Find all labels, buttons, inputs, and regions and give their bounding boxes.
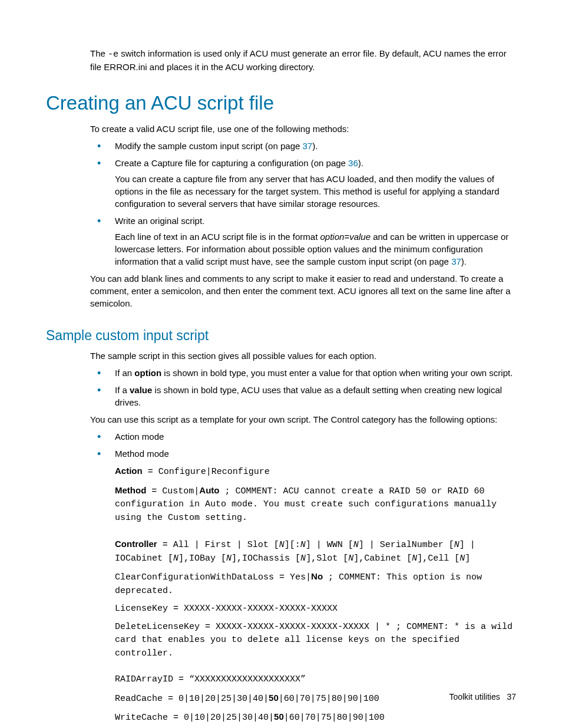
code-text: ] [465,554,470,564]
text: ). [358,158,363,168]
page-footer: Toolkit utilities 37 [449,691,516,703]
var-n: N [279,540,285,550]
text: You can create a capture file from any s… [115,173,516,210]
code-text: ],Slot [ [306,554,348,564]
text: You can add blank lines and comments to … [90,272,516,309]
text: Modify the sample custom input script (o… [115,141,303,151]
code-text: ] | WWN [ [306,540,353,550]
code-text: |60|70|75|80|90|100 [279,694,379,704]
list-item: Action mode [90,430,516,443]
text: is shown in bold type, you must enter a … [161,368,513,378]
heading-sample-script: Sample custom input script [46,326,516,345]
text: ). [312,141,318,151]
code-license-key: LicenseKey = XXXXX-XXXXX-XXXXX-XXXXX-XXX… [115,602,516,616]
code-write-cache: WriteCache = 0|10|20|25|30|40|50|60|70|7… [115,710,516,725]
default-value: 50 [274,711,284,722]
bold-term: value [130,385,152,395]
rules-list: If an option is shown in bold type, you … [90,367,516,409]
modes-list: Action mode Method mode [90,430,516,460]
var-n: N [173,554,178,564]
var-n: N [412,554,417,564]
page-link-37[interactable]: 37 [303,141,313,151]
list-item: If an option is shown in bold type, you … [90,367,516,379]
var-n: N [226,554,232,564]
list-item: Method mode [90,447,516,460]
code-text: |60|70|75|80|90|100 [284,713,385,723]
intro-paragraph: The -e switch information is used only i… [90,47,516,73]
code-clear-config: ClearConfigurationWithDataLoss = Yes|No … [115,570,516,598]
code-text: ClearConfigurationWithDataLoss = Yes| [115,572,311,582]
code-text: ] | SerialNumber [ [359,540,454,550]
code-action: Action = Configure|Reconfigure [115,465,516,479]
text: If an [115,368,134,378]
methods-list: Modify the sample custom input script (o… [90,140,516,268]
code-text: WriteCache = 0|10|20|25|30|40| [115,713,274,723]
text: To create a valid ACU script file, use o… [90,123,516,135]
footer-label: Toolkit utilities [449,692,500,701]
text: Each line of text in an ACU script file … [115,232,320,242]
code-text: ],IOChassis [ [232,554,300,564]
var-n: N [300,540,306,550]
text: ). [461,256,467,266]
code-text: = Configure|Reconfigure [143,467,270,477]
text: Create a Capture file for capturing a co… [115,158,348,168]
text: Each line of text in an ACU script file … [115,230,516,268]
code-text: ReadCache = 0|10|20|25|30|40| [115,694,269,704]
code-controller: Controller = All | First | Slot [N][:N] … [115,538,516,565]
code-text: ][: [285,540,300,550]
var-n: N [459,554,465,564]
list-item: Write an original script. Each line of t… [90,215,516,268]
var-n: N [454,540,459,550]
code-text: ],Cell [ [417,554,459,564]
page-number: 37 [507,692,516,701]
text: switch information is used only if ACU m… [90,48,507,72]
code-method: Method = Custom|Auto ; COMMENT: ACU cann… [115,484,516,525]
default-value: Auto [199,485,219,495]
text: You can use this script as a template fo… [90,413,516,426]
list-item: If a value is shown in bold type, ACU us… [90,384,516,409]
switch-code: -e [108,50,118,60]
code-delete-license: DeleteLicenseKey = XXXXX-XXXXX-XXXXX-XXX… [115,621,516,661]
heading-creating-acu-script: Creating an ACU script file [46,90,516,117]
text: is shown in bold type, ACU uses that val… [115,385,502,407]
keyword: Method [115,485,146,495]
keyword: Controller [115,539,157,549]
section-sample: The sample script in this section gives … [90,350,516,728]
page-link-37[interactable]: 37 [451,256,461,266]
var-n: N [348,554,353,564]
format-example: option=value [320,232,371,242]
text: If a [115,385,130,395]
text: Write an original script. [115,216,204,226]
code-text: = All | First | Slot [ [157,540,279,550]
var-n: N [353,540,359,550]
var-n: N [300,554,306,564]
code-text: ],IOBay [ [178,554,226,564]
list-item: Create a Capture file for capturing a co… [90,157,516,210]
text: The [90,48,108,58]
code-raid-array-id: RAIDArrayID = “XXXXXXXXXXXXXXXXXXXX” [115,673,516,687]
list-item: Modify the sample custom input script (o… [90,140,516,152]
default-value: 50 [269,693,279,703]
code-text: ],Cabinet [ [353,554,412,564]
page-content: The -e switch information is used only i… [0,0,562,728]
bold-term: option [134,368,161,378]
default-value: No [311,571,323,581]
code-text: = Custom| [146,486,199,496]
text: The sample script in this section gives … [90,350,516,362]
section-methods: To create a valid ACU script file, use o… [90,123,516,309]
keyword: Action [115,466,143,476]
page-link-36[interactable]: 36 [348,158,358,168]
